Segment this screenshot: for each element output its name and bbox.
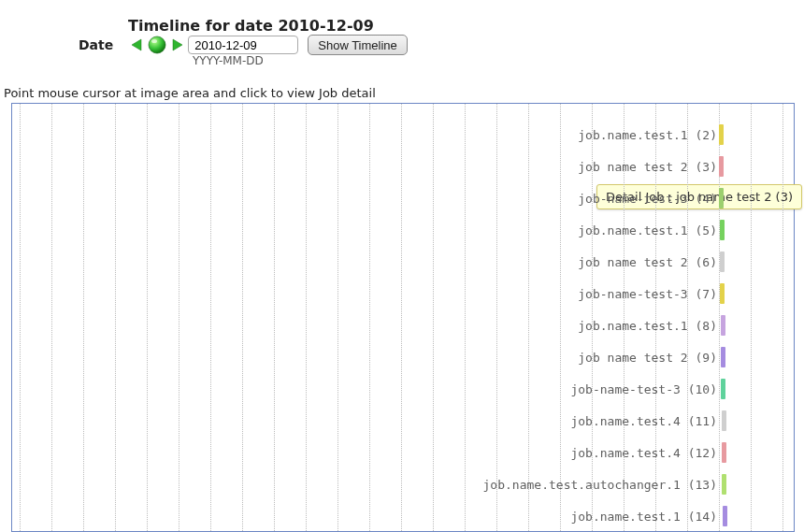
job-row[interactable]: job.name.test.4 (11) [12,405,794,437]
job-row[interactable]: job name test 2 (3) [12,151,794,182]
triangle-right-icon [169,37,184,52]
next-day-button[interactable] [169,37,184,52]
job-label: job-name-test-3 (10) [570,382,717,396]
job-row[interactable]: job-name-test-3 (7) [12,278,794,309]
job-label: job.name.test.1 (14) [570,510,717,524]
show-timeline-button[interactable]: Show Timeline [308,35,408,55]
svg-marker-0 [132,39,141,50]
job-row[interactable]: job.name.test.4 (12) [12,437,794,468]
job-bar[interactable] [723,506,727,526]
job-bar[interactable] [721,347,725,367]
job-label: job.name.test.4 (11) [570,414,717,428]
timeline-chart[interactable]: Detail Job : job name test 2 (3) job.nam… [11,103,795,532]
refresh-icon [147,35,167,55]
svg-marker-3 [173,39,182,50]
job-row[interactable]: job name test 2 (9) [12,341,794,373]
job-row[interactable]: job-name-test-3 (10) [12,373,794,405]
svg-point-2 [151,39,157,43]
job-bar[interactable] [719,188,724,208]
job-label: job.name.test.4 (12) [570,446,717,460]
job-bar[interactable] [720,283,725,304]
page-title: Timeline for date 2010-12-09 [128,17,374,35]
date-format-hint: YYYY-MM-DD [193,54,264,67]
job-row[interactable]: job.name.test.1 (2) [12,119,794,151]
chart-hint-text: Point mouse cursor at image area and cli… [4,86,376,100]
job-label: job.name.test.1 (8) [578,319,717,333]
date-input[interactable] [188,36,298,54]
job-bar[interactable] [722,442,726,463]
job-bar[interactable] [721,315,725,336]
job-label: job name test 2 (3) [578,160,717,174]
job-bar[interactable] [720,220,725,240]
job-label: job name test 2 (6) [578,255,717,269]
job-bar[interactable] [722,474,726,495]
job-bar[interactable] [722,410,726,431]
job-label: job.name.test.1 (2) [578,128,717,142]
job-row[interactable]: job.name.test.1 (8) [12,309,794,341]
job-label: job.name.test.1 (5) [578,223,717,237]
job-bar[interactable] [719,124,724,145]
date-controls: Date [79,34,408,56]
job-bar[interactable] [721,379,725,399]
job-bar[interactable] [720,252,725,272]
triangle-left-icon [130,37,145,52]
job-label: job name test 2 (9) [578,351,717,365]
job-label: job-name-test-3 (7) [578,287,717,301]
job-row[interactable]: job.name.test.1 (5) [12,214,794,246]
job-row[interactable]: job.name.test.autochanger.1 (13) [12,468,794,500]
job-label: job.name.test.autochanger.1 (13) [483,478,717,492]
job-row[interactable]: job name test 2 (6) [12,246,794,278]
date-label: Date [79,37,113,52]
svg-point-1 [149,36,165,53]
job-row[interactable]: job.name.test.1 (14) [12,500,794,532]
prev-day-button[interactable] [130,37,145,52]
refresh-button[interactable] [147,35,167,55]
job-label: job-name-test-3 (4) [578,192,717,206]
job-bar[interactable] [719,156,724,177]
job-row[interactable]: job-name-test-3 (4) [12,182,794,214]
